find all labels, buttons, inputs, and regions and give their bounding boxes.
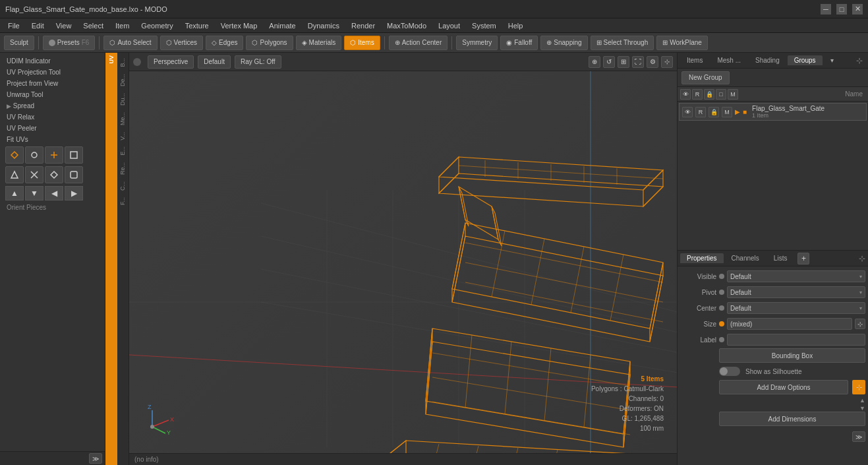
tool-icon-7[interactable] [45,166,63,183]
spread-tool[interactable]: ▶ Spread [3,100,102,111]
items-button[interactable]: ⬡ Items [344,36,380,50]
snapping-button[interactable]: ⊕ Snapping [540,36,587,50]
tool-icon-6[interactable] [25,166,43,183]
visible-select[interactable]: Default ▾ [727,270,865,282]
menu-item[interactable]: Item [110,20,134,31]
group-m-icon[interactable]: M [722,107,732,117]
arrow-right-btn[interactable]: ▶ [65,186,83,201]
vertices-button[interactable]: ⬡ Vertices [160,36,204,50]
silhouette-toggle[interactable] [719,367,740,376]
project-from-view-tool[interactable]: Project from View [3,78,102,89]
edges-button[interactable]: ◇ Edges [206,36,243,50]
menu-dynamics[interactable]: Dynamics [303,20,345,31]
materials-button[interactable]: ◈ Materials [296,36,342,50]
perspective-button[interactable]: Perspective [148,55,194,69]
tab-shading[interactable]: Shading [749,55,786,65]
size-expand-icon[interactable]: ⊹ [855,319,865,329]
center-select[interactable]: Default ▾ [727,302,865,314]
add-dimensions-button[interactable]: Add Dimensions [719,412,865,426]
props-expand-icon[interactable]: ⊹ [859,254,865,263]
arrow-down-btn[interactable]: ▼ [25,186,43,201]
arrow-left-btn[interactable]: ◀ [45,186,63,201]
action-center-button[interactable]: ⊕ Action Center [389,36,448,50]
menu-view[interactable]: View [51,20,77,31]
menu-texture[interactable]: Texture [180,20,214,31]
group-r-icon[interactable]: R [695,107,706,117]
menu-help[interactable]: Help [503,20,529,31]
menu-layout[interactable]: Layout [433,20,465,31]
bounding-box-button[interactable]: Bounding Box [719,348,865,363]
group-lock-icon[interactable]: 🔒 [709,107,719,117]
tab-chevron-down[interactable]: ▾ [824,55,840,65]
tab-strip-v[interactable]: V... [119,129,128,143]
pivot-select[interactable]: Default ▾ [727,286,865,298]
tab-strip-de[interactable]: De... [119,71,128,89]
tab-strip-b[interactable]: B... [119,55,128,70]
fit-uvs-tool[interactable]: Fit UVs [3,134,102,145]
auto-select-button[interactable]: ⬡ Auto Select [103,36,157,50]
minimize-button[interactable]: ─ [821,4,831,15]
workplane-button[interactable]: ⊞ WorkPlane [656,36,708,50]
uv-projection-tool[interactable]: UV Projection Tool [3,67,102,78]
maximize-button[interactable]: □ [836,4,847,15]
gi-eye[interactable]: 👁 [680,89,691,100]
props-tab-properties[interactable]: Properties [680,253,724,263]
tab-strip-re[interactable]: Re... [119,160,128,177]
gi-r[interactable]: R [692,89,703,100]
tab-groups[interactable]: Groups [788,55,823,65]
menu-render[interactable]: Render [346,20,380,31]
tool-icon-5[interactable] [5,166,24,183]
menu-select[interactable]: Select [78,20,109,31]
menu-maxtomodo[interactable]: MaxToModo [382,20,432,31]
uv-relax-tool[interactable]: UV Relax [3,111,102,123]
expand-viewport-icon[interactable]: ⊹ [661,56,673,68]
expand-icon[interactable]: ⊹ [854,56,865,65]
expand-button[interactable]: ≫ [89,453,102,464]
new-group-button[interactable]: New Group [681,71,730,84]
tool-icon-8[interactable] [65,166,83,183]
falloff-button[interactable]: ◉ Falloff [500,36,538,50]
tab-strip-e[interactable]: E... [119,144,128,158]
zoom-icon[interactable]: ⊞ [618,56,629,68]
menu-system[interactable]: System [467,20,502,31]
presets-button[interactable]: Presets F6 [43,36,96,50]
tool-icon-2[interactable] [25,146,43,164]
group-eye-icon[interactable]: 👁 [682,107,693,117]
polygons-button[interactable]: ⬡ Polygons [246,36,293,50]
tool-icon-4[interactable] [65,146,83,164]
ray-gl-button[interactable]: Ray GL: Off [235,55,281,69]
tool-icon-3[interactable] [45,146,63,164]
close-button[interactable]: ✕ [852,4,863,15]
tab-strip-me[interactable]: Me... [119,109,128,128]
maximize-viewport-icon[interactable]: ⛶ [632,56,644,68]
transform-icon[interactable]: ⊕ [589,56,600,68]
label-input[interactable] [727,334,865,346]
default-button[interactable]: Default [198,55,231,69]
udim-indicator-tool[interactable]: UDIM Indicator [3,55,102,67]
gi-square[interactable]: □ [716,89,726,100]
menu-geometry[interactable]: Geometry [136,20,178,31]
tab-strip-f[interactable]: F... [119,195,128,208]
group-row-item[interactable]: 👁 R 🔒 M ▶ ■ Flap_Glass_Smart_Gate 1 Item [679,103,867,121]
uv-peeler-tool[interactable]: UV Peeler [3,123,102,134]
props-tab-lists[interactable]: Lists [767,253,794,263]
add-draw-button[interactable]: Add Draw Options [719,380,848,394]
menu-edit[interactable]: Edit [26,20,49,31]
props-add-button[interactable]: + [797,253,809,264]
tab-strip-du[interactable]: Du... [119,90,128,108]
sculpt-button[interactable]: Sculpt [4,36,34,50]
menu-file[interactable]: File [3,20,25,31]
gi-m[interactable]: M [728,89,738,100]
tab-strip-c[interactable]: C... [119,179,128,193]
draw-orange-btn[interactable]: ⊹ [852,380,865,394]
rotate-icon[interactable]: ↺ [603,56,615,68]
tab-mesh[interactable]: Mesh ... [710,55,747,65]
viewport-canvas[interactable]: 5 Items Polygons : Catmull-Clark Channel… [129,71,677,453]
settings-icon[interactable]: ⚙ [647,56,658,68]
tool-icon-1[interactable] [5,146,24,164]
props-bottom-expand[interactable]: ≫ [852,431,865,442]
arrow-up-btn[interactable]: ▲ [5,186,24,201]
menu-animate[interactable]: Animate [264,20,301,31]
unwrap-tool[interactable]: Unwrap Tool [3,89,102,100]
gi-lock[interactable]: 🔒 [704,89,714,100]
